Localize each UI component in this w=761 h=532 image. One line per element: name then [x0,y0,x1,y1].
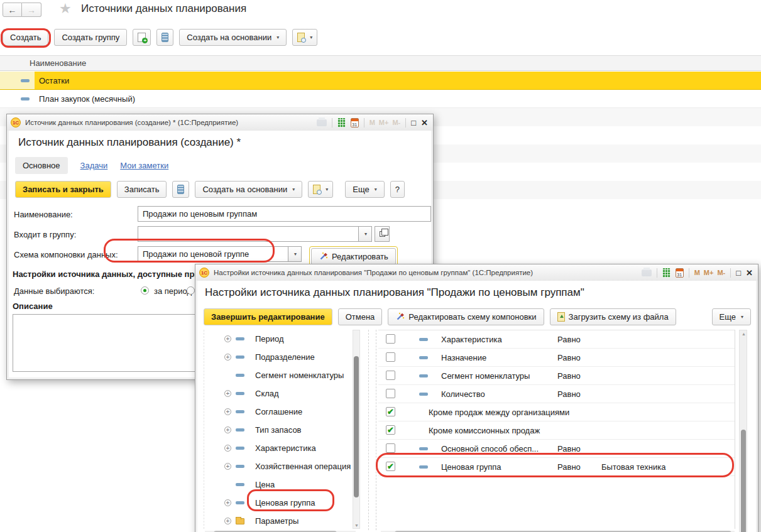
expand-icon[interactable]: + [224,518,231,524]
create-based-on-button[interactable]: Создать на основании ▾ [179,29,287,46]
document-history-dropdown[interactable]: ▾ [292,29,317,46]
filter-condition[interactable]: Равно [557,389,581,399]
filter-row[interactable]: Количество Равно [378,385,735,403]
checkbox[interactable] [386,371,395,380]
filter-row-cenovaya-gruppa[interactable]: ✔ Ценовая группа Равно Бытовая техника [378,458,735,476]
finish-editing-button[interactable]: Завершить редактирование [204,308,332,325]
checkbox[interactable]: ✔ [386,462,395,471]
tree-item-segment[interactable]: Сегмент номенклатуры [204,366,352,384]
memory-button[interactable]: M [694,269,700,276]
tree-item-cena[interactable]: Цена [204,475,352,494]
tree-item-harakteristika[interactable]: +Характеристика [204,439,352,457]
edit-schema-button[interactable]: Редактировать схему компоновки [388,308,544,325]
filter-row[interactable]: ✔ Кроме комиссионных продаж [378,421,735,440]
schema-dropdown-button[interactable]: ▾ [288,246,302,262]
filter-condition[interactable]: Равно [557,444,581,453]
dialog-create-titlebar[interactable]: 1С Источник данных планирования (создани… [7,114,433,131]
filter-row[interactable]: Сегмент номенклатуры Равно [378,367,735,385]
tree-vertical-scrollbar[interactable]: ▼ [353,330,360,529]
tree-item-period[interactable]: +Период [204,330,352,348]
tab-main[interactable]: Основное [15,157,68,174]
calculator-icon[interactable] [662,268,671,278]
create-based-on-button[interactable]: Создать на основании ▾ [195,181,302,198]
list-row-ostatki[interactable]: Остатки [0,72,761,90]
close-icon[interactable]: ✕ [421,118,428,128]
print-icon[interactable] [317,119,327,126]
save-button[interactable]: Записать [117,181,167,198]
filter-condition[interactable]: Равно [557,462,581,472]
checkbox[interactable]: ✔ [386,425,395,435]
scroll-up-icon[interactable]: ▲ [742,332,746,336]
expand-icon[interactable]: + [224,499,231,506]
calendar-icon[interactable]: 31 [351,118,359,128]
load-schema-button[interactable]: Загрузить схему из файла [550,308,676,325]
related-documents-button[interactable] [156,29,173,46]
filter-condition[interactable]: Равно [557,353,581,362]
scroll-down-icon[interactable]: ▼ [354,523,359,528]
tree-item-podrazdelenie[interactable]: +Подразделение [204,348,352,366]
tree-item-sklad[interactable]: +Склад [204,384,352,403]
tree-item-tip-zapasov[interactable]: +Тип запасов [204,421,352,439]
radio-period[interactable] [141,286,149,295]
tree-item-soglashenie[interactable]: +Соглашение [204,403,352,421]
tree-item-hoz-operaciya[interactable]: +Хозяйственная операция [204,457,352,475]
filter-row[interactable]: Назначение Равно [378,349,735,367]
create-button[interactable]: Создать [3,29,48,46]
tab-tasks[interactable]: Задачи [80,157,108,174]
filter-row[interactable]: Характеристика Равно [378,330,735,349]
filter-value[interactable]: Бытовая техника [601,462,665,472]
expand-icon[interactable]: + [224,408,231,415]
list-row-plan-zakupok[interactable]: План закупок (месячный) [0,90,761,108]
scrollbar-thumb[interactable] [741,430,746,532]
more-button[interactable]: Еще ▾ [712,308,751,325]
cancel-button[interactable]: Отмена [338,308,383,325]
panel-splitter[interactable] [368,330,369,530]
panel-splitter[interactable] [376,330,376,530]
group-input[interactable] [138,226,359,242]
radio-second[interactable] [187,286,195,295]
more-button[interactable]: Еще ▾ [345,181,384,198]
checkbox[interactable]: ✔ [386,407,395,416]
memory-plus-button[interactable]: M+ [704,269,714,276]
expand-icon[interactable]: + [224,445,231,452]
checkbox[interactable] [386,334,395,344]
edit-schema-button[interactable]: Редактировать [311,248,396,265]
document-history-dropdown[interactable]: ▾ [308,181,333,198]
schema-input[interactable]: Продажи по ценовой группе [138,246,288,262]
filter-row[interactable]: ✔ Кроме продаж между организациями [378,403,735,421]
favorite-star-icon[interactable]: ★ [59,1,72,17]
checkbox[interactable] [386,443,395,453]
filter-condition[interactable]: Равно [557,335,581,344]
save-and-close-button[interactable]: Записать и закрыть [15,181,111,198]
memory-button[interactable]: M [370,119,375,126]
checkbox[interactable] [386,352,395,362]
filter-condition[interactable]: Равно [557,371,581,381]
maximize-icon[interactable]: □ [736,268,741,278]
filter-row[interactable]: Основной способ обесп... Равно [378,440,735,458]
maximize-icon[interactable]: □ [411,118,416,128]
print-icon[interactable] [642,269,652,276]
memory-minus-button[interactable]: M- [392,119,400,126]
expand-icon[interactable]: + [224,390,231,397]
close-icon[interactable]: ✕ [746,268,753,278]
calendar-icon[interactable]: 31 [676,268,684,278]
calculator-icon[interactable] [337,118,346,128]
expand-icon[interactable]: + [224,354,231,361]
list-vertical-scrollbar[interactable]: ▲ [739,330,747,532]
copy-item-button[interactable]: + [133,29,151,46]
memory-plus-button[interactable]: M+ [379,119,389,126]
expand-icon[interactable]: + [224,426,231,433]
checkbox[interactable] [386,389,395,398]
memory-minus-button[interactable]: M- [717,269,725,276]
help-button[interactable]: ? [390,181,405,198]
expand-icon[interactable]: + [224,463,231,470]
related-documents-button[interactable] [172,181,189,198]
group-open-button[interactable] [375,226,390,242]
list-column-header[interactable]: Наименование [0,55,761,71]
create-group-button[interactable]: Создать группу [54,29,127,46]
group-dropdown-button[interactable]: ▾ [359,226,372,242]
forward-button[interactable]: → [22,3,41,17]
tab-notes[interactable]: Мои заметки [120,157,168,174]
back-button[interactable]: ← [3,3,22,17]
expand-icon[interactable]: + [224,335,231,342]
